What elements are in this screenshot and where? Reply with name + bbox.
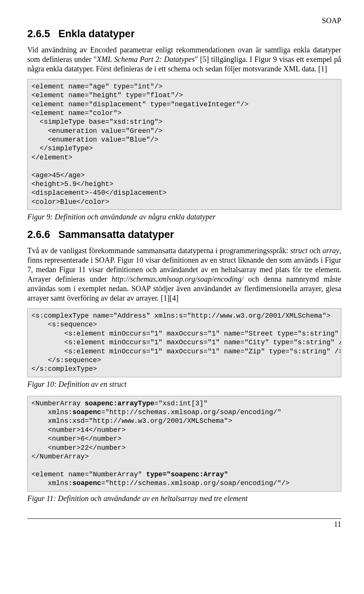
code-line: <number>22</number> bbox=[31, 444, 126, 452]
code-bold: type="soapenc:Array" bbox=[146, 471, 228, 478]
code-line: ="http://schemas.xmlsoap.org/soap/encodi… bbox=[101, 408, 281, 416]
text-run: och bbox=[308, 246, 323, 255]
text-italic: XML Schema Part 2: Datatypes bbox=[97, 55, 195, 63]
text-italic: struct bbox=[290, 246, 308, 255]
code-line: ="http://schemas.xmlsoap.org/soap/encodi… bbox=[101, 479, 290, 487]
code-figure-11: <NumberArray soapenc:arrayType="xsd:int[… bbox=[27, 396, 341, 492]
footer-divider bbox=[27, 518, 341, 519]
code-line: <number>6</number> bbox=[31, 435, 122, 443]
code-line: ="xsd:int[3]" bbox=[154, 400, 207, 407]
text-italic: http://schemas.xmlsoap.org/soap/encoding… bbox=[111, 275, 243, 283]
page-number: 11 bbox=[27, 520, 341, 529]
code-line: <number>14</number> bbox=[31, 426, 126, 434]
section2-paragraph: Två av de vanligast förekommande sammans… bbox=[27, 246, 341, 303]
code-line: <element name="NumberArray" bbox=[31, 471, 146, 478]
code-bold: soapenc bbox=[72, 408, 101, 416]
code-figure-10: <s:complexType name="Address" xmlns:s="h… bbox=[27, 308, 341, 377]
code-line: <NumberArray bbox=[31, 400, 85, 407]
section-title: Sammansatta datatyper bbox=[58, 229, 174, 240]
figure-11-caption: Figur 11: Definition och användande av e… bbox=[27, 494, 341, 503]
code-line: xmlns: bbox=[31, 408, 72, 416]
section-number: 2.6.6 bbox=[27, 229, 50, 240]
text-run: Två av de vanligast förekommande sammans… bbox=[27, 246, 290, 255]
section-title: Enkla datatyper bbox=[58, 28, 135, 39]
running-header: SOAP bbox=[27, 16, 341, 25]
section-heading-266: 2.6.6Sammansatta datatyper bbox=[27, 228, 341, 241]
code-figure-9: <element name="age" type="int"/> <elemen… bbox=[27, 79, 341, 210]
code-line: xmlns:xsd="http://www.w3.org/2001/XMLSch… bbox=[31, 417, 232, 425]
section-heading-265: 2.6.5Enkla datatyper bbox=[27, 28, 341, 41]
code-line: xmlns: bbox=[31, 479, 72, 487]
figure-10-caption: Figur 10: Definition av en struct bbox=[27, 380, 341, 389]
code-bold: soapenc:arrayType bbox=[85, 400, 154, 407]
section-number: 2.6.5 bbox=[27, 28, 50, 39]
figure-9-caption: Figur 9: Definition och användande av nå… bbox=[27, 212, 341, 222]
code-line: </NumberArray> bbox=[31, 453, 89, 460]
code-bold: soapenc bbox=[72, 479, 101, 487]
text-italic: array bbox=[323, 246, 339, 255]
section1-paragraph: Vid användning av Encoded parametrar enl… bbox=[27, 45, 341, 74]
